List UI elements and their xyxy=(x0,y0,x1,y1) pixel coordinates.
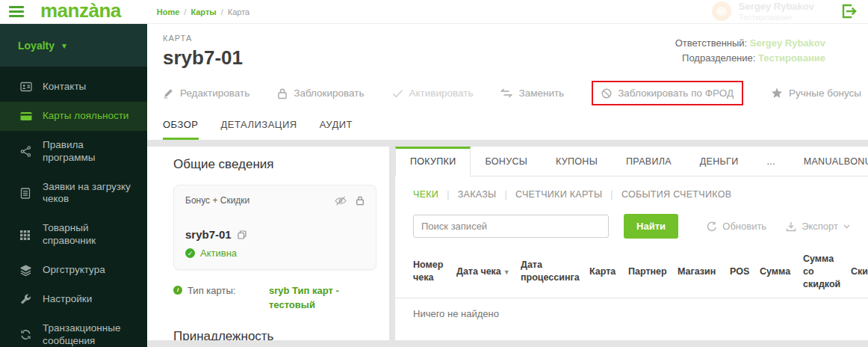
block-by-fraud-button[interactable]: Заблокировать по ФРОД xyxy=(592,81,743,105)
card-status: Активна xyxy=(200,248,237,259)
action-label: Ручные бонусы xyxy=(789,87,861,99)
col-discount[interactable]: Ски xyxy=(851,265,868,278)
replace-button[interactable]: Заменить xyxy=(500,87,564,99)
ban-icon xyxy=(601,88,612,99)
tab-coupons[interactable]: КУПОНЫ xyxy=(542,147,612,176)
refresh-button[interactable]: Обновить xyxy=(707,221,766,232)
tab-more[interactable]: ... xyxy=(752,147,789,176)
page-title: sryb7-01 xyxy=(163,46,243,70)
card-program: Бонус + Скидки xyxy=(185,195,249,206)
info-icon[interactable]: i xyxy=(173,286,182,295)
col-sum-with-discount[interactable]: Сумма со скидкой xyxy=(803,253,842,291)
subtab-receipts[interactable]: ЧЕКИ xyxy=(413,189,438,200)
sidebar-item-label: Правила программы xyxy=(43,139,137,165)
user-box[interactable]: Sergey Rybakov Тестирование xyxy=(712,1,868,22)
sidebar-item-label: Заявки на загрузку чеков xyxy=(43,181,137,206)
user-name: Sergey Rybakov xyxy=(739,1,814,13)
subtab-counter-events[interactable]: СОБЫТИЯ СЧЕТЧИКОВ xyxy=(621,189,731,200)
col-store[interactable]: Магазин xyxy=(678,265,721,278)
empty-state: Ничего не найдено xyxy=(395,298,868,329)
card-type-row: i Тип карты: sryb Тип карт - тестовый xyxy=(173,284,374,313)
manual-bonuses-button[interactable]: Ручные бонусы xyxy=(771,87,861,99)
department-label: Подразделение: xyxy=(682,52,755,64)
sidebar-item-label: Настройки xyxy=(43,293,92,306)
chevron-down-icon: ▼ xyxy=(61,40,68,50)
eye-off-icon[interactable] xyxy=(335,196,347,206)
breadcrumb-current: Карта xyxy=(228,7,249,16)
sidebar-item-product-catalog[interactable]: Товарный справочник xyxy=(0,214,147,256)
card-type-label: Тип карты: xyxy=(187,284,235,313)
sidebar-item-contacts[interactable]: Контакты xyxy=(0,73,147,102)
block-button[interactable]: Заблокировать xyxy=(277,87,364,99)
search-row: Найти Обновить Экспорт xyxy=(413,214,850,239)
loyalty-card-icon xyxy=(20,111,32,121)
general-info-heading: Общие сведения xyxy=(173,157,374,172)
copy-icon[interactable] xyxy=(238,230,247,239)
status-check-icon: ✓ xyxy=(185,248,195,258)
table-header: Номер чека Дата чека▼ Дата процессинга К… xyxy=(395,248,868,298)
user-name-block: Sergey Rybakov Тестирование xyxy=(739,1,814,22)
col-partner[interactable]: Партнер xyxy=(628,265,669,278)
top-bar: manzàna Home / Карты / Карта Sergey Ryba… xyxy=(0,0,868,24)
sidebar-item-label: Контакты xyxy=(43,81,86,93)
sidebar-section-loyalty[interactable]: Loyalty ▼ xyxy=(0,24,147,67)
col-pos[interactable]: POS xyxy=(730,265,751,278)
sidebar-item-transactional-messages[interactable]: Транзакционные сообщения xyxy=(0,314,147,347)
sidebar-item-loyalty-cards[interactable]: Карты лояльности xyxy=(0,102,147,131)
page-header: КАРТА sryb7-01 Ответственный: Sergey Ryb… xyxy=(147,24,868,140)
subtab-card-counters[interactable]: СЧЕТЧИКИ КАРТЫ xyxy=(515,189,602,200)
general-info-panel: Общие сведения Бонус + Скидки sryb7-01 xyxy=(147,147,389,340)
logo[interactable]: manzàna xyxy=(40,1,121,22)
action-label: Заменить xyxy=(518,87,564,99)
sidebar-item-label: Карты лояльности xyxy=(43,110,128,123)
col-card[interactable]: Карта xyxy=(589,265,619,278)
col-receipt-number[interactable]: Номер чека xyxy=(413,259,447,284)
export-button[interactable]: Экспорт xyxy=(786,221,850,232)
tab-purchases[interactable]: ПОКУПКИ xyxy=(395,147,471,176)
sidebar-item-org-structure[interactable]: Оргструктура xyxy=(0,256,147,285)
find-button[interactable]: Найти xyxy=(624,214,678,239)
action-label: Активировать xyxy=(409,87,474,99)
tab-detailing[interactable]: ДЕТАЛИЗАЦИЯ xyxy=(221,119,297,140)
layers-icon xyxy=(20,265,32,276)
activate-button[interactable]: Активировать xyxy=(392,87,474,99)
swap-icon xyxy=(500,88,512,98)
breadcrumb-separator: / xyxy=(184,7,186,16)
col-sum[interactable]: Сумма xyxy=(760,265,794,278)
sidebar-item-settings[interactable]: Настройки xyxy=(0,285,147,314)
tab-money[interactable]: ДЕНЬГИ xyxy=(686,147,753,176)
card-actions-toolbar: Редактировать Заблокировать Активировать… xyxy=(163,81,868,105)
lock-icon xyxy=(277,87,288,99)
document-icon xyxy=(20,188,32,199)
card-type-value[interactable]: sryb Тип карт - тестовый xyxy=(269,284,374,313)
sidebar-item-program-rules[interactable]: Правила программы xyxy=(0,131,147,173)
sidebar-item-label: Оргструктура xyxy=(43,264,105,277)
content-area: Общие сведения Бонус + Скидки sryb7-01 xyxy=(147,140,868,340)
breadcrumb: Home / Карты / Карта xyxy=(157,7,249,16)
col-receipt-date[interactable]: Дата чека▼ xyxy=(456,265,512,278)
card-meta: Ответственный: Sergey Rybakov Подразделе… xyxy=(675,36,825,65)
contact-card-icon xyxy=(20,82,32,92)
tab-rules[interactable]: ПРАВИЛА xyxy=(612,147,686,176)
card-summary: Бонус + Скидки sryb7-01 xyxy=(173,185,376,270)
logout-icon[interactable] xyxy=(840,2,858,20)
sidebar-item-receipt-upload-requests[interactable]: Заявки на загрузку чеков xyxy=(0,173,147,215)
search-input[interactable] xyxy=(413,215,609,238)
tab-audit[interactable]: АУДИТ xyxy=(320,119,353,140)
sync-icon xyxy=(20,329,32,340)
breadcrumb-cards[interactable]: Карты xyxy=(190,7,216,16)
avatar xyxy=(712,1,731,21)
tab-overview[interactable]: ОБЗОР xyxy=(163,119,199,140)
menu-icon[interactable] xyxy=(9,6,24,17)
breadcrumb-home[interactable]: Home xyxy=(157,7,180,16)
tab-manualbonus[interactable]: MANUALBONUS.PLURAL xyxy=(790,147,868,176)
subtab-orders[interactable]: ЗАКАЗЫ xyxy=(458,189,497,200)
sidebar-section-label: Loyalty xyxy=(18,40,55,52)
tab-bonuses[interactable]: БОНУСЫ xyxy=(471,147,542,176)
lock-icon[interactable] xyxy=(356,195,365,206)
col-processing-date[interactable]: Дата процессинга xyxy=(521,259,580,284)
action-label: Редактировать xyxy=(180,87,249,99)
sidebar-item-label: Товарный справочник xyxy=(43,222,137,248)
card-number: sryb7-01 xyxy=(185,228,232,241)
edit-button[interactable]: Редактировать xyxy=(163,87,249,99)
